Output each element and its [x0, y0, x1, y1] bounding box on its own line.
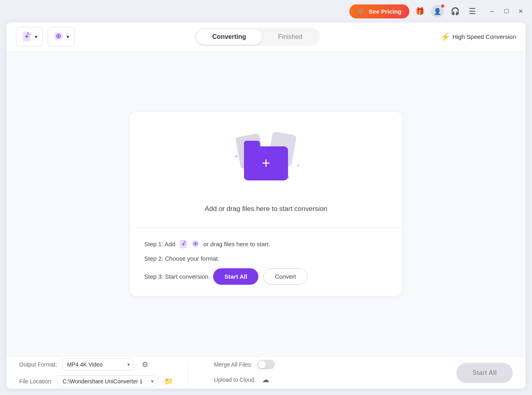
- bolt-icon: ⚡: [440, 32, 450, 42]
- folder-icon: 📁: [164, 377, 173, 386]
- minimize-button[interactable]: ─: [486, 5, 498, 18]
- add-file-button[interactable]: ▾: [16, 27, 43, 47]
- step1-icons: [179, 239, 200, 249]
- avatar: 👤: [431, 5, 444, 18]
- steps-area: Step 1: Add: [130, 228, 402, 296]
- merge-toggle[interactable]: [257, 360, 275, 369]
- titlebar: 🛒 See Pricing 🎁 👤 🎧 ☰ ─ ☐ ✕: [0, 0, 532, 22]
- convert-button[interactable]: Convert: [263, 268, 308, 285]
- location-select[interactable]: C:\Wondershare UniConverter 1: [57, 375, 157, 387]
- tab-switcher: Converting Finished: [195, 28, 320, 46]
- gift-icon[interactable]: 🎁: [413, 4, 427, 18]
- cart-icon: 🛒: [357, 8, 365, 15]
- settings-icon: ⚙: [142, 360, 148, 369]
- maximize-button[interactable]: ☐: [500, 5, 513, 18]
- sparkle-2: ✦: [296, 163, 300, 168]
- add-media-icon: [53, 30, 64, 43]
- merge-row: Merge All Files: Upload to Cloud ☁: [214, 360, 275, 386]
- output-format-row: Output Format: MP4 4K Video ▾ ⚙: [19, 358, 175, 371]
- file-location-row: File Location: C:\Wondershare UniConvert…: [19, 375, 175, 388]
- format-settings-button[interactable]: ⚙: [139, 358, 151, 371]
- browse-folder-button[interactable]: 📁: [162, 375, 175, 388]
- tab-area: Converting Finished: [75, 28, 440, 46]
- menu-icon[interactable]: ☰: [466, 5, 479, 18]
- sparkle-1: ✦: [234, 153, 239, 160]
- step1-row: Step 1: Add: [144, 239, 388, 249]
- folder-plus-icon: +: [262, 156, 270, 170]
- see-pricing-label: See Pricing: [369, 8, 401, 15]
- step3-row: Step 3: Start conversion. Start All Conv…: [144, 268, 388, 285]
- toolbar-left: ▾ ▾: [16, 27, 75, 47]
- add-media-button[interactable]: ▾: [48, 27, 75, 47]
- cloud-icon: ☁: [262, 375, 269, 384]
- output-format-label: Output Format:: [19, 361, 57, 368]
- merge-files-label: Merge All Files:: [214, 361, 252, 368]
- toolbar-right: ⚡ High Speed Conversion: [440, 32, 516, 42]
- step1-suffix: or drag files here to start.: [204, 241, 270, 247]
- close-button[interactable]: ✕: [514, 5, 527, 18]
- converting-tab[interactable]: Converting: [196, 29, 262, 45]
- file-location-label: File Location:: [19, 378, 52, 385]
- toolbar: ▾ ▾ Converting Finished: [6, 22, 526, 51]
- step1-prefix: Step 1: Add: [144, 241, 175, 247]
- merge-files-item: Merge All Files:: [214, 360, 275, 369]
- step2-row: Step 2: Choose your format.: [144, 255, 388, 262]
- step3-prefix: Step 3: Start conversion.: [144, 273, 210, 280]
- upload-cloud-label: Upload to Cloud: [214, 377, 254, 383]
- finished-tab[interactable]: Finished: [262, 29, 318, 45]
- add-file-icon: [21, 30, 32, 43]
- step2-text: Step 2: Choose your format.: [144, 255, 220, 262]
- upload-cloud-item: Upload to Cloud ☁: [214, 373, 275, 386]
- toggle-knob: [258, 361, 266, 369]
- bottom-bar: Output Format: MP4 4K Video ▾ ⚙ File Loc…: [6, 357, 526, 389]
- format-select-wrapper: MP4 4K Video ▾: [62, 359, 134, 371]
- notification-badge: [441, 4, 445, 8]
- step-actions: Start All Convert: [213, 268, 307, 285]
- main-folder-icon: +: [244, 146, 288, 180]
- start-all-button[interactable]: Start All: [456, 363, 513, 383]
- window-controls: ─ ☐ ✕: [486, 5, 527, 18]
- drop-zone[interactable]: + ✦ ✦ ✦ · Add or drag files here to star…: [130, 112, 402, 296]
- bottom-left: Output Format: MP4 4K Video ▾ ⚙ File Loc…: [19, 358, 175, 388]
- add-media-chevron: ▾: [66, 34, 69, 40]
- user-avatar[interactable]: 👤: [430, 4, 445, 18]
- add-file-chevron: ▾: [35, 34, 38, 40]
- high-speed-badge[interactable]: ⚡ High Speed Conversion: [440, 32, 516, 42]
- bottom-right-section: Merge All Files: Upload to Cloud ☁: [214, 360, 275, 386]
- headset-icon[interactable]: 🎧: [448, 4, 462, 18]
- see-pricing-button[interactable]: 🛒 See Pricing: [349, 4, 409, 18]
- speed-label: High Speed Conversion: [453, 33, 516, 40]
- step-add-media-icon: [191, 239, 200, 249]
- step-add-file-icon: [179, 239, 188, 249]
- main-window: ▾ ▾ Converting Finished: [6, 22, 526, 389]
- drop-area[interactable]: + ✦ ✦ ✦ · Add or drag files here to star…: [130, 112, 402, 228]
- divider: [188, 361, 188, 385]
- location-select-wrapper: C:\Wondershare UniConverter 1 ▾: [57, 375, 157, 387]
- start-all-small-button[interactable]: Start All: [213, 268, 258, 285]
- upload-cloud-button[interactable]: ☁: [259, 373, 272, 386]
- content-area[interactable]: + ✦ ✦ ✦ · Add or drag files here to star…: [6, 51, 526, 357]
- format-select[interactable]: MP4 4K Video: [62, 359, 134, 371]
- drop-hint: Add or drag files here to start conversi…: [205, 205, 327, 213]
- folder-illustration: + ✦ ✦ ✦ ·: [230, 131, 302, 195]
